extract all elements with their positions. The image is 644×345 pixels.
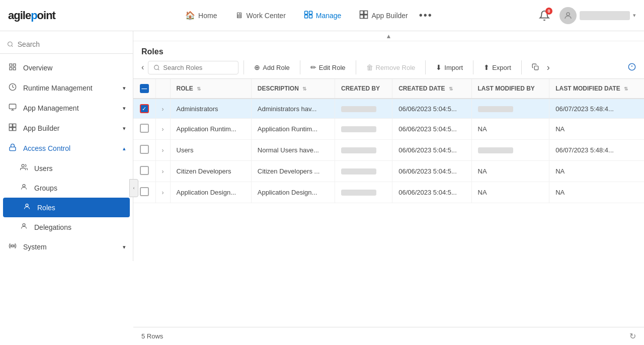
sidebar-item-accesscontrol[interactable]: Access Control ▴: [0, 138, 133, 158]
sidebar-wrapper: Overview Runtime Management ▾ App Manage…: [0, 31, 133, 345]
export-label: Export: [492, 64, 511, 71]
refresh-button[interactable]: ↻: [629, 331, 636, 341]
row-last-modified-date: 06/07/2023 5:48:4...: [549, 99, 644, 119]
row-last-modified-date: NA: [549, 161, 644, 182]
row-checkbox[interactable]: [140, 124, 149, 133]
export-button[interactable]: ⬆ Export: [478, 61, 516, 74]
appbuilder-chevron-icon: ▾: [123, 125, 126, 132]
nav-manage[interactable]: Manage: [297, 6, 349, 25]
sidebar-item-appbuilder-label: App Builder: [23, 124, 118, 132]
row-expand[interactable]: ›: [155, 140, 170, 161]
sidebar-item-groups-label: Groups: [34, 184, 126, 192]
svg-rect-12: [13, 64, 16, 66]
col-header-created-date[interactable]: CREATED DATE ⇅: [392, 79, 471, 99]
home-icon: 🏠: [185, 11, 195, 20]
remove-icon: 🗑: [366, 63, 373, 71]
row-last-modified-by: NA: [471, 161, 549, 182]
groups-icon: [18, 183, 29, 193]
copy-button[interactable]: [527, 61, 544, 74]
row-expand[interactable]: ›: [155, 99, 170, 119]
divider-5: [473, 60, 473, 74]
created-date-sort-icon: ⇅: [449, 86, 453, 92]
row-last-modified-by: [471, 140, 549, 161]
runtime-icon: [7, 83, 18, 93]
svg-rect-11: [10, 64, 12, 66]
nav-home[interactable]: 🏠 Home: [178, 7, 224, 24]
col-header-check[interactable]: —: [133, 79, 155, 99]
user-name: ████████: [580, 11, 630, 20]
svg-point-25: [23, 185, 25, 187]
svg-rect-0: [304, 11, 307, 14]
import-label: Import: [444, 64, 463, 71]
user-area[interactable]: ████████ ▾: [559, 7, 636, 24]
table-row: ›Application Runtim...Application Runtim…: [133, 119, 644, 140]
sidebar-collapse-button[interactable]: ‹: [129, 179, 138, 197]
sidebar-item-system-label: System: [23, 243, 118, 251]
system-chevron-icon: ▾: [123, 244, 126, 250]
svg-rect-21: [9, 128, 12, 131]
sidebar-item-overview[interactable]: Overview: [0, 58, 133, 78]
search-input[interactable]: [18, 40, 126, 48]
svg-rect-5: [364, 11, 368, 14]
row-last-modified-date: 06/07/2023 5:48:4...: [549, 140, 644, 161]
col-header-last-modified-date[interactable]: LAST MODIFIED DATE ⇅: [549, 79, 644, 99]
nav-workcenter[interactable]: 🖥 Work Center: [228, 7, 292, 24]
col-header-role[interactable]: ROLE ⇅: [170, 79, 251, 99]
row-checkbox[interactable]: [140, 166, 149, 175]
header-checkbox[interactable]: —: [140, 84, 149, 93]
runtime-chevron-icon: ▾: [123, 85, 126, 92]
sidebar-item-runtime[interactable]: Runtime Management ▾: [0, 78, 133, 98]
row-created-date: 06/06/2023 5:04:5...: [392, 161, 471, 182]
sidebar-item-runtime-label: Runtime Management: [23, 84, 118, 92]
sidebar-item-roles[interactable]: Roles: [3, 198, 130, 217]
row-expand[interactable]: ›: [155, 119, 170, 140]
row-checkbox-cell[interactable]: ✓: [133, 99, 155, 119]
divider-4: [425, 60, 426, 74]
copy-icon: [532, 63, 539, 72]
col-header-last-modified-by: LAST MODIFIED BY: [471, 79, 549, 99]
svg-point-8: [567, 13, 570, 16]
remove-role-button[interactable]: 🗑 Remove Role: [361, 61, 421, 74]
sidebar-search-area[interactable]: [0, 35, 133, 54]
sidebar-item-accesscontrol-label: Access Control: [23, 144, 118, 152]
nav-more[interactable]: •••: [419, 10, 433, 21]
last-modified-date-sort-icon: ⇅: [624, 86, 628, 92]
sidebar-item-appbuilder[interactable]: App Builder ▾: [0, 118, 133, 138]
info-button[interactable]: [628, 63, 636, 72]
table-row: ›Citizen DevelopersCitizen Developers ..…: [133, 161, 644, 182]
sidebar-item-appmanagement[interactable]: App Management ▾: [0, 98, 133, 118]
users-icon: [18, 163, 29, 173]
row-checkbox[interactable]: [140, 145, 149, 154]
back-button[interactable]: ‹: [141, 63, 144, 72]
row-checkbox-cell[interactable]: [133, 119, 155, 140]
notification-button[interactable]: 0: [535, 7, 553, 25]
collapse-panel-button[interactable]: ▲: [133, 31, 644, 41]
export-icon: ⬆: [484, 63, 490, 71]
more-actions-button[interactable]: ›: [544, 62, 553, 73]
search-roles-input[interactable]: [163, 64, 223, 71]
import-button[interactable]: ⬇ Import: [431, 61, 468, 74]
add-role-button[interactable]: ⊕ Add Role: [249, 61, 294, 74]
row-expand[interactable]: ›: [155, 161, 170, 182]
edit-role-button[interactable]: ✏ Edit Role: [305, 61, 351, 74]
row-checkbox[interactable]: ✓: [140, 104, 149, 113]
row-description: Application Design...: [251, 182, 335, 203]
sidebar: Overview Runtime Management ▾ App Manage…: [0, 31, 133, 261]
table-footer: 5 Rows ↻: [133, 327, 644, 345]
row-last-modified-by: NA: [471, 119, 549, 140]
row-expand[interactable]: ›: [155, 182, 170, 203]
nav-appbuilder-label: App Builder: [371, 12, 408, 20]
sidebar-item-delegations[interactable]: Delegations: [0, 217, 133, 237]
svg-rect-14: [13, 67, 16, 70]
nav-appbuilder[interactable]: App Builder: [352, 6, 415, 25]
sidebar-item-system[interactable]: System ▾: [0, 237, 133, 257]
user-chevron-icon: ▾: [633, 12, 636, 19]
sidebar-item-roles-label: Roles: [37, 204, 123, 212]
col-header-description[interactable]: DESCRIPTION ⇅: [251, 79, 335, 99]
system-icon: [7, 242, 18, 252]
row-checkbox-cell[interactable]: [133, 140, 155, 161]
sidebar-item-groups[interactable]: Groups: [0, 178, 133, 198]
search-roles-field[interactable]: [148, 61, 238, 74]
sidebar-item-users[interactable]: Users: [0, 158, 133, 178]
row-checkbox[interactable]: [140, 187, 149, 196]
